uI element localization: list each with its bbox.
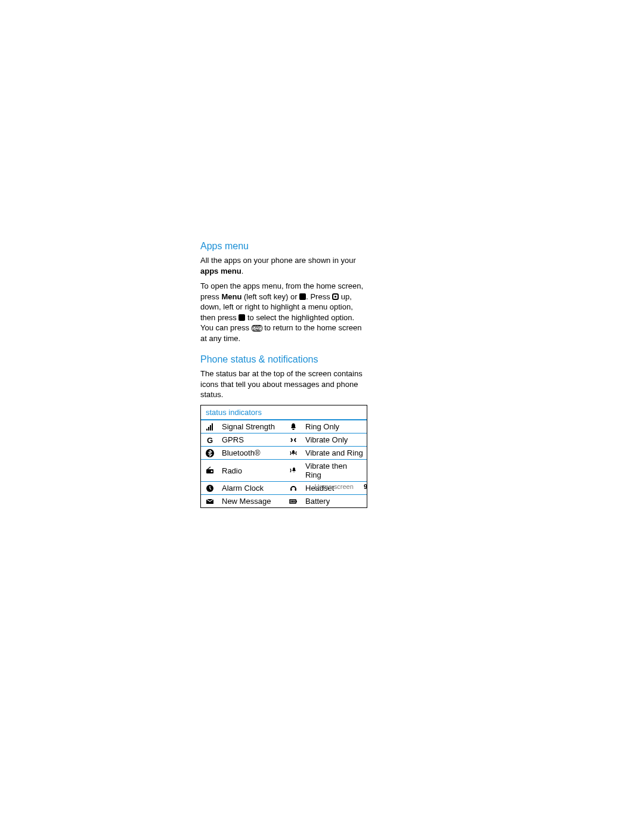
svg-point-7 <box>211 470 213 472</box>
svg-rect-16 <box>292 500 293 502</box>
table-row: Radio Vibrate then Ring <box>201 460 367 482</box>
svg-rect-2 <box>210 425 211 431</box>
svg-rect-1 <box>208 427 209 431</box>
label: Ring Only <box>302 420 367 433</box>
ring-only-icon <box>284 420 302 433</box>
label: GPRS <box>219 433 284 446</box>
signal-strength-icon <box>201 420 219 433</box>
svg-rect-14 <box>296 500 298 502</box>
label: Bluetooth® <box>219 447 284 459</box>
status-indicators-table: status indicators Signal Strength Ring O… <box>200 405 367 508</box>
table-header: status indicators <box>201 405 367 420</box>
footer-section: Home screen <box>314 483 353 490</box>
center-key-icon <box>299 293 306 300</box>
text: (left soft key) or <box>242 292 299 301</box>
table-row: Bluetooth® Vibrate and Ring <box>201 447 367 460</box>
bluetooth-icon <box>201 447 219 459</box>
apps-menu-bold: apps menu <box>200 267 242 275</box>
svg-line-8 <box>208 467 210 469</box>
menu-bold: Menu <box>221 292 242 301</box>
new-message-icon <box>201 495 219 507</box>
text: All the apps on your phone are shown in … <box>200 256 356 265</box>
label: Vibrate and Ring <box>302 447 367 459</box>
page-footer: Home screen 9 <box>200 483 367 490</box>
battery-icon <box>284 495 302 507</box>
phone-status-heading: Phone status & notifications <box>200 354 367 365</box>
text: . <box>242 267 244 275</box>
label: Radio <box>219 460 284 481</box>
nav-key-icon <box>332 293 339 300</box>
phone-status-para: The status bar at the top of the screen … <box>200 368 367 400</box>
label: Vibrate then Ring <box>302 460 367 481</box>
apps-menu-heading: Apps menu <box>200 241 367 252</box>
vibrate-only-icon <box>284 433 302 446</box>
apps-menu-para-2: To open the apps menu, from the home scr… <box>200 281 367 343</box>
gprs-icon: G <box>201 433 219 446</box>
svg-rect-0 <box>206 429 208 431</box>
svg-rect-15 <box>291 500 292 502</box>
svg-text:G: G <box>207 436 213 444</box>
svg-rect-3 <box>212 423 213 431</box>
page-number: 9 <box>364 483 367 490</box>
center-key-icon <box>239 314 245 321</box>
svg-rect-17 <box>294 500 295 502</box>
table-row: New Message Battery <box>201 495 367 507</box>
radio-icon <box>201 460 219 481</box>
table-row: Signal Strength Ring Only <box>201 420 367 433</box>
end-key-icon: PWREND <box>252 325 262 332</box>
label: Signal Strength <box>219 420 284 433</box>
label: Vibrate Only <box>302 433 367 446</box>
vibrate-and-ring-icon <box>284 447 302 459</box>
label: New Message <box>219 495 284 507</box>
text: . Press <box>306 292 332 301</box>
label: Battery <box>302 495 367 507</box>
apps-menu-para-1: All the apps on your phone are shown in … <box>200 255 367 276</box>
vibrate-then-ring-icon <box>284 460 302 481</box>
page-content: Apps menu All the apps on your phone are… <box>200 241 367 508</box>
table-row: G GPRS Vibrate Only <box>201 433 367 447</box>
